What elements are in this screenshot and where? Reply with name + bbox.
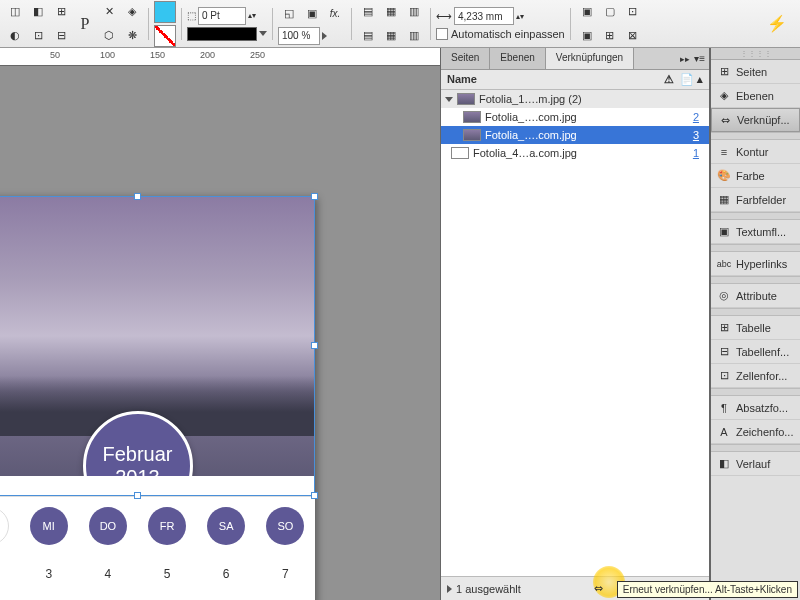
autofit-label: Automatisch einpassen bbox=[451, 28, 565, 40]
tool-btn[interactable]: ▥ bbox=[403, 1, 425, 23]
tool-btn[interactable]: ⊞ bbox=[599, 25, 621, 47]
links-panel: Seiten Ebenen Verknüpfungen ▸▸ ▾≡ Name ⚠… bbox=[440, 48, 710, 600]
panel-seiten[interactable]: ⊞Seiten bbox=[711, 60, 800, 84]
tool-btn[interactable]: ◐ bbox=[4, 25, 26, 47]
relink-button[interactable]: ⇔ bbox=[589, 581, 607, 597]
panel-farbe[interactable]: 🎨Farbe bbox=[711, 164, 800, 188]
tool-btn[interactable]: ▦ bbox=[380, 1, 402, 23]
calendar-photo: Februar 2013 bbox=[0, 196, 315, 476]
date-row: 2 3 4 5 6 7 bbox=[0, 554, 315, 594]
tool-btn[interactable]: ◫ bbox=[4, 1, 26, 23]
panel-ebenen[interactable]: ◈Ebenen bbox=[711, 84, 800, 108]
measure-icon: ⟷ bbox=[436, 10, 452, 23]
dropdown-icon[interactable] bbox=[259, 31, 267, 36]
day-cell: MI bbox=[30, 507, 68, 545]
panel-zeichenformate[interactable]: AZeichenfo... bbox=[711, 420, 800, 444]
tooltip: Erneut verknüpfen... Alt-Taste+Klicken bbox=[617, 581, 798, 598]
panel-header: Name ⚠ 📄 ▴ bbox=[441, 70, 709, 90]
tool-btn[interactable]: ✕ bbox=[98, 1, 120, 23]
weekday-row: DI MI DO FR SA SO bbox=[0, 496, 315, 546]
fill-swatch[interactable] bbox=[154, 1, 176, 23]
tool-btn[interactable]: ⊡ bbox=[27, 25, 49, 47]
warning-column-icon[interactable]: ⚠ bbox=[664, 73, 674, 86]
page-column-icon[interactable]: 📄 ▴ bbox=[680, 73, 703, 86]
dropdown-icon[interactable] bbox=[322, 32, 327, 40]
tool-btn[interactable]: ▣ bbox=[576, 25, 598, 47]
tab-seiten[interactable]: Seiten bbox=[441, 48, 490, 69]
tool-btn[interactable]: ⊡ bbox=[622, 1, 644, 23]
top-toolbar: ◫ ◧ ⊞ ◐ ⊡ ⊟ P ✕ ◈ ⬡ ❋ ⬚ ▴▾ bbox=[0, 0, 800, 48]
tool-btn[interactable]: ⬡ bbox=[98, 25, 120, 47]
stroke-weight-input[interactable] bbox=[198, 7, 246, 25]
panel-farbfelder[interactable]: ▦Farbfelder bbox=[711, 188, 800, 212]
panel-verknuepfungen[interactable]: ⇔Verknüpf... bbox=[711, 108, 800, 132]
tool-btn[interactable]: ▢ bbox=[599, 1, 621, 23]
link-list: Fotolia_1….m.jpg (2) Fotolia_….com.jpg 2… bbox=[441, 90, 709, 576]
tool-btn[interactable]: ▣ bbox=[576, 1, 598, 23]
panel-menu-icon[interactable]: ▾≡ bbox=[694, 53, 705, 64]
tool-btn[interactable]: ❋ bbox=[121, 25, 143, 47]
tool-btn[interactable]: ▤ bbox=[357, 1, 379, 23]
tool-btn[interactable]: ◱ bbox=[278, 3, 300, 25]
paragraph-icon[interactable]: P bbox=[74, 13, 96, 35]
tab-verknuepfungen[interactable]: Verknüpfungen bbox=[546, 48, 634, 69]
day-cell: DI bbox=[0, 507, 9, 545]
autofit-checkbox[interactable] bbox=[436, 28, 448, 40]
link-row[interactable]: Fotolia_….com.jpg 2 bbox=[441, 108, 709, 126]
zoom-input[interactable] bbox=[278, 27, 320, 45]
panel-zellenformate[interactable]: ⊡Zellenfor... bbox=[711, 364, 800, 388]
link-row[interactable]: Fotolia_….com.jpg 3 bbox=[441, 126, 709, 144]
panel-tabellenformate[interactable]: ⊟Tabellenf... bbox=[711, 340, 800, 364]
day-cell: FR bbox=[148, 507, 186, 545]
right-panel-dock: ⋮⋮⋮⋮ ⊞Seiten ◈Ebenen ⇔Verknüpf... ≡Kontu… bbox=[710, 48, 800, 600]
tool-btn[interactable]: ▤ bbox=[357, 25, 379, 47]
tool-btn[interactable]: ▦ bbox=[380, 25, 402, 47]
panel-absatzformate[interactable]: ¶Absatzfo... bbox=[711, 396, 800, 420]
collapse-icon[interactable]: ▸▸ bbox=[680, 54, 690, 64]
tab-ebenen[interactable]: Ebenen bbox=[490, 48, 545, 69]
panel-grip[interactable]: ⋮⋮⋮⋮ bbox=[711, 48, 800, 60]
day-cell: SA bbox=[207, 507, 245, 545]
horizontal-ruler: 50 100 150 200 250 bbox=[0, 48, 440, 66]
canvas[interactable]: Februar 2013 DI MI DO FR SA SO 2 3 4 5 6… bbox=[0, 66, 440, 600]
tool-btn[interactable]: ⊞ bbox=[50, 1, 72, 23]
tool-btn[interactable]: ⊟ bbox=[50, 25, 72, 47]
link-row[interactable]: Fotolia_4…a.com.jpg 1 bbox=[441, 144, 709, 162]
panel-tabelle[interactable]: ⊞Tabelle bbox=[711, 316, 800, 340]
tool-btn[interactable]: ◧ bbox=[27, 1, 49, 23]
panel-attribute[interactable]: ◎Attribute bbox=[711, 284, 800, 308]
panel-textumfluss[interactable]: ▣Textumfl... bbox=[711, 220, 800, 244]
day-cell: SO bbox=[266, 507, 304, 545]
document-page[interactable]: Februar 2013 DI MI DO FR SA SO 2 3 4 5 6… bbox=[0, 196, 315, 600]
tool-btn[interactable]: ⊠ bbox=[622, 25, 644, 47]
tool-btn[interactable]: ◈ bbox=[121, 1, 143, 23]
tool-btn[interactable]: ▥ bbox=[403, 25, 425, 47]
link-group-row[interactable]: Fotolia_1….m.jpg (2) bbox=[441, 90, 709, 108]
lightning-icon[interactable]: ⚡ bbox=[766, 13, 788, 35]
day-cell: DO bbox=[89, 507, 127, 545]
measure-input[interactable] bbox=[454, 7, 514, 25]
stroke-swatch[interactable] bbox=[154, 25, 176, 47]
selection-status: 1 ausgewählt bbox=[456, 583, 521, 595]
panel-verlauf[interactable]: ◧Verlauf bbox=[711, 452, 800, 476]
panel-tabs: Seiten Ebenen Verknüpfungen ▸▸ ▾≡ bbox=[441, 48, 709, 70]
panel-hyperlinks[interactable]: abcHyperlinks bbox=[711, 252, 800, 276]
panel-kontur[interactable]: ≡Kontur bbox=[711, 140, 800, 164]
tool-btn[interactable]: ▣ bbox=[301, 3, 323, 25]
fx-icon[interactable]: fx. bbox=[324, 3, 346, 25]
